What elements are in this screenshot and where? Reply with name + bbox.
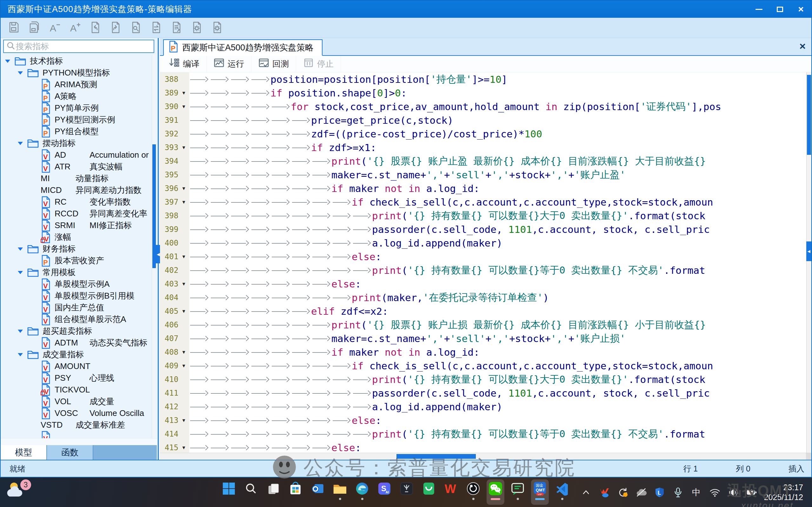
expand-arrow-icon[interactable] [18, 142, 23, 145]
splitter[interactable]: ◀ [157, 38, 160, 460]
toolbar-button[interactable]: A [46, 19, 63, 37]
taskbar-clock[interactable]: 23:17 2025/11/12 [764, 483, 803, 502]
toolbar-button[interactable] [107, 19, 124, 37]
tree-item-MI[interactable]: MI动量指标 [1, 173, 157, 184]
tree-item-单股模型示例B[interactable]: V单股模型示例B引用模 [1, 290, 157, 302]
obs-app[interactable] [465, 480, 482, 505]
volume-icon[interactable] [728, 487, 739, 498]
tree-item-股本营收资产[interactable]: P股本营收资产 [1, 255, 157, 267]
fold-icon[interactable]: ▼ [178, 363, 189, 369]
wifi-icon[interactable] [709, 487, 720, 498]
minimize-button[interactable] [749, 1, 769, 18]
title-bar[interactable]: 西蒙斯中证A500趋势增强实盘策略-策略编辑器 × [1, 1, 811, 18]
tree-item[interactable]: V [1, 431, 157, 438]
tab-model[interactable]: 模型 [1, 445, 47, 460]
search-button[interactable] [242, 480, 260, 505]
tree-item-组合模型单股示范A[interactable]: V组合模型单股示范A [1, 314, 157, 325]
expand-arrow-icon[interactable] [18, 353, 23, 356]
explorer-app[interactable] [331, 480, 349, 505]
tree-item-PY组合模型[interactable]: PPY组合模型 [1, 126, 157, 137]
toolbar-button[interactable] [168, 19, 185, 37]
code-area[interactable]: 388position=position[position['持仓量']>=10… [160, 72, 811, 453]
editor-hscrollbar[interactable] [160, 453, 811, 460]
toolbar-button[interactable] [5, 19, 23, 37]
fold-icon[interactable]: ▼ [178, 90, 189, 96]
fold-icon[interactable]: ▼ [178, 417, 189, 423]
mic-icon[interactable] [673, 487, 684, 498]
tree-item-VOL[interactable]: VVOL成交量 [1, 396, 157, 407]
task-view-button[interactable] [264, 480, 282, 505]
tree-item-RCCD[interactable]: VRCCD异同离差变化率 [1, 208, 157, 220]
editor-vscrollbar[interactable] [806, 72, 811, 453]
tree-item-ADTM[interactable]: VADTM动态买卖气指标 [1, 337, 157, 349]
sync-icon[interactable] [617, 487, 628, 498]
chat-app[interactable] [509, 480, 527, 505]
toolbar-button[interactable] [25, 19, 43, 37]
tree-item-技术指标[interactable]: 技术指标 [1, 55, 157, 67]
search-box[interactable] [3, 40, 154, 53]
run-button[interactable]: 运行 [207, 56, 252, 72]
toolbar-button[interactable] [147, 19, 165, 37]
fold-icon[interactable]: ▼ [178, 199, 189, 205]
ai-app[interactable]: SAI [376, 480, 393, 505]
collapse-panel-button[interactable]: ◀ [806, 241, 811, 261]
fold-icon[interactable]: ▼ [178, 145, 189, 150]
sidebar-hscroll[interactable] [1, 438, 157, 445]
wechat-app[interactable] [487, 480, 504, 505]
toolbar-button[interactable] [208, 19, 226, 37]
expand-arrow-icon[interactable] [5, 60, 10, 63]
start-button[interactable] [220, 480, 238, 505]
tree-item-MICD[interactable]: MICD异同离差动力指数 [1, 184, 157, 196]
tree-item-涨幅[interactable]: V涨幅 [1, 231, 157, 243]
tray-expand-icon[interactable] [581, 487, 591, 498]
fold-icon[interactable]: ▼ [178, 254, 189, 259]
wps-app[interactable]: W [442, 480, 460, 505]
tree-item-RC[interactable]: VRC变化率指数 [1, 196, 157, 208]
defender-icon[interactable]: L [654, 487, 665, 498]
close-button[interactable]: × [791, 1, 811, 18]
tree-item-PSY[interactable]: VPSY心理线 [1, 372, 157, 384]
backtest-button[interactable]: 回测 [252, 56, 296, 72]
tree-item-VOSC[interactable]: VVOSCVolume Oscilla [1, 407, 157, 419]
close-tab-icon[interactable]: × [799, 41, 806, 51]
tree-item-A策略[interactable]: PA策略 [1, 91, 157, 102]
editor-hscrollbar-thumb[interactable] [396, 454, 476, 459]
tree-item-VSTD[interactable]: VSTD成交量标准差 [1, 419, 157, 431]
game-app[interactable] [398, 480, 416, 505]
expand-arrow-icon[interactable] [18, 71, 23, 74]
stop-button[interactable]: 停止 [296, 56, 341, 72]
tree-item-PY模型回测示例[interactable]: PPY模型回测示例 [1, 114, 157, 126]
tree-item-财务指标[interactable]: 财务指标 [1, 243, 157, 255]
compile-button[interactable]: 编译 [162, 56, 207, 72]
tree-item-摆动指标[interactable]: 摆动指标 [1, 137, 157, 149]
ime-zh-icon[interactable]: 中 [691, 487, 702, 498]
wps-cloud-icon[interactable] [599, 487, 610, 498]
toolbar-button[interactable] [86, 19, 104, 37]
tree-item-AMOUNT[interactable]: VAMOUNT [1, 360, 157, 372]
edge-app[interactable] [353, 480, 371, 505]
tree-item-PYTHON模型指标[interactable]: PYTHON模型指标 [1, 67, 157, 79]
toolbar-button[interactable]: A [66, 19, 84, 37]
store-app[interactable] [287, 480, 305, 505]
tab-function[interactable]: 函数 [47, 445, 93, 460]
hithink-app[interactable] [420, 480, 438, 505]
fold-icon[interactable]: ▼ [178, 186, 189, 191]
tree-item-常用模板[interactable]: 常用模板 [1, 267, 157, 278]
fold-icon[interactable]: ▼ [178, 445, 189, 450]
outlook-app[interactable] [309, 480, 327, 505]
expand-arrow-icon[interactable] [18, 271, 23, 274]
fold-icon[interactable]: ▼ [178, 281, 189, 286]
tree-item-TICKVOL[interactable]: VTICKVOL [1, 384, 157, 396]
toolbar-button[interactable] [127, 19, 145, 37]
fold-icon[interactable]: ▼ [178, 308, 189, 314]
expand-arrow-icon[interactable] [18, 247, 23, 250]
weather-widget[interactable]: 3 [5, 480, 34, 505]
tree-item-超买超卖指标[interactable]: 超买超卖指标 [1, 325, 157, 337]
editor-tab[interactable]: P 西蒙斯中证A500趋势增强实盘策略 [163, 39, 323, 56]
fold-icon[interactable]: ▼ [178, 104, 189, 109]
battery-icon[interactable] [746, 487, 757, 498]
qmt-app[interactable]: 国金QMTVIP [531, 480, 549, 505]
tree-item-AD[interactable]: VADAccumulation or [1, 149, 157, 161]
tree-item-单股模型示例A[interactable]: V单股模型示例A [1, 278, 157, 290]
tree-item-国内生产总值[interactable]: V国内生产总值 [1, 302, 157, 314]
